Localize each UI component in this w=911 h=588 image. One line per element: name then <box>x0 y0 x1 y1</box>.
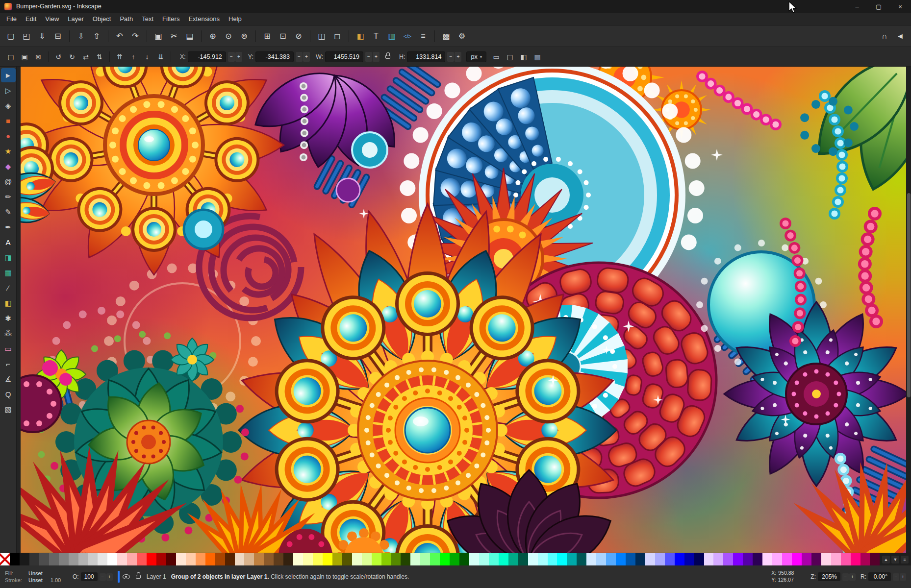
palette-swatch[interactable] <box>225 553 235 565</box>
export-button[interactable]: ⇧ <box>89 29 104 44</box>
width-input[interactable]: 1455.519 <box>325 51 363 62</box>
palette-swatch[interactable] <box>489 553 499 565</box>
palette-swatch[interactable] <box>78 553 88 565</box>
layers-dialog-button[interactable]: ▥ <box>384 29 399 44</box>
palette-swatch[interactable] <box>870 553 880 565</box>
maximize-button[interactable]: ▢ <box>868 0 889 13</box>
palette-swatch[interactable] <box>323 553 332 565</box>
palette-swatch[interactable] <box>518 553 528 565</box>
palette-swatch[interactable] <box>156 553 166 565</box>
palette-swatch[interactable] <box>508 553 518 565</box>
stroke-indicator[interactable]: Unset <box>28 577 43 583</box>
palette-swatch[interactable] <box>762 553 772 565</box>
transform-gradients-toggle-button[interactable]: ◧ <box>517 50 530 63</box>
tool-paint-bucket[interactable]: ◧ <box>1 296 16 310</box>
lower-button[interactable]: ↓ <box>141 50 153 63</box>
menu-path[interactable]: Path <box>115 13 137 25</box>
palette-swatch[interactable] <box>616 553 626 565</box>
unlink-clone-button[interactable]: ⊘ <box>291 29 306 44</box>
y-increment[interactable]: + <box>303 52 310 62</box>
palette-swatch[interactable] <box>538 553 548 565</box>
select-all-button[interactable]: ▢ <box>4 50 17 63</box>
palette-swatch[interactable] <box>254 553 264 565</box>
palette-swatch[interactable] <box>802 553 811 565</box>
palette-swatch[interactable] <box>841 553 851 565</box>
palette-swatch[interactable] <box>303 553 313 565</box>
tool-mesh-gradient[interactable]: ▦ <box>1 266 16 280</box>
palette-swatch[interactable] <box>313 553 323 565</box>
palette-swatch[interactable] <box>450 553 459 565</box>
palette-swatch[interactable] <box>723 553 733 565</box>
palette-swatch[interactable] <box>860 553 870 565</box>
paste-button[interactable]: ▤ <box>182 29 197 44</box>
palette-swatch[interactable] <box>117 553 127 565</box>
menu-layer[interactable]: Layer <box>63 13 88 25</box>
menu-text[interactable]: Text <box>137 13 158 25</box>
palette-swatch[interactable] <box>713 553 723 565</box>
palette-swatch[interactable] <box>694 553 704 565</box>
document-print-button[interactable]: ⊟ <box>51 29 65 44</box>
opacity-decrement[interactable]: − <box>100 573 106 581</box>
palette-swatch[interactable] <box>410 553 420 565</box>
palette-swatch[interactable] <box>557 553 567 565</box>
ungroup-button[interactable]: ◻ <box>330 29 345 44</box>
y-input[interactable]: -341.383 <box>255 51 294 62</box>
lock-aspect-ratio-toggle[interactable] <box>385 55 390 59</box>
collapse-snap-toolbar-button[interactable]: ◄ <box>893 29 908 44</box>
xml-editor-button[interactable]: </> <box>400 29 415 44</box>
rotation-input[interactable]: 0.00° <box>868 572 891 581</box>
palette-swatch[interactable] <box>0 553 10 565</box>
palette-swatch[interactable] <box>147 553 156 565</box>
palette-swatch[interactable] <box>430 553 440 565</box>
rotation-decrement[interactable]: − <box>893 573 899 581</box>
palette-swatch[interactable] <box>596 553 606 565</box>
tool-connector[interactable]: ⌐ <box>1 357 16 371</box>
palette-swatch[interactable] <box>684 553 694 565</box>
create-clone-button[interactable]: ⊡ <box>276 29 290 44</box>
document-properties-button[interactable]: ▩ <box>439 29 454 44</box>
stroke-width-value[interactable]: 1.00 <box>51 577 61 583</box>
raise-to-top-button[interactable]: ⇈ <box>113 50 126 63</box>
palette-swatch[interactable] <box>626 553 635 565</box>
cut-button[interactable]: ✂ <box>167 29 181 44</box>
palette-swatch[interactable] <box>10 553 20 565</box>
menu-object[interactable]: Object <box>88 13 116 25</box>
palette-swatch[interactable] <box>391 553 401 565</box>
palette-swatch[interactable] <box>29 553 39 565</box>
zoom-to-drawing-button[interactable]: ⊙ <box>221 29 236 44</box>
palette-swatch[interactable] <box>772 553 782 565</box>
palette-swatch[interactable] <box>792 553 802 565</box>
tool-spray[interactable]: ⁂ <box>1 326 16 341</box>
palette-swatch[interactable] <box>69 553 78 565</box>
flip-vertical-button[interactable]: ⇅ <box>93 50 106 63</box>
height-input[interactable]: 1331.814 <box>407 51 445 62</box>
close-button[interactable]: × <box>889 0 911 13</box>
tool-dropper[interactable]: ∕ <box>1 281 16 295</box>
palette-swatch[interactable] <box>264 553 274 565</box>
palette-swatch[interactable] <box>372 553 381 565</box>
palette-swatch[interactable] <box>606 553 616 565</box>
menu-edit[interactable]: Edit <box>21 13 41 25</box>
tool-calligraphy[interactable]: ✒ <box>1 220 16 234</box>
palette-swatch[interactable] <box>39 553 49 565</box>
x-increment[interactable]: + <box>235 52 242 62</box>
width-increment[interactable]: + <box>373 52 380 62</box>
tool-ellipse[interactable]: ● <box>1 129 16 143</box>
select-all-layers-button[interactable]: ▣ <box>18 50 31 63</box>
zoom-in-button[interactable]: + <box>849 573 856 581</box>
menu-view[interactable]: View <box>41 13 63 25</box>
palette-swatch[interactable] <box>469 553 479 565</box>
fill-indicator[interactable]: Unset <box>28 570 43 576</box>
palette-swatch[interactable] <box>401 553 410 565</box>
palette-swatch[interactable] <box>479 553 489 565</box>
palette-menu-button[interactable]: ≡ <box>901 556 909 564</box>
copy-button[interactable]: ▣ <box>151 29 166 44</box>
palette-swatch[interactable] <box>586 553 596 565</box>
tool-pages[interactable]: ▧ <box>1 402 16 416</box>
palette-swatch[interactable] <box>293 553 303 565</box>
palette-swatch[interactable] <box>283 553 293 565</box>
palette-swatch[interactable] <box>362 553 372 565</box>
enable-snapping-toggle-button[interactable]: ∩ <box>877 29 892 44</box>
canvas[interactable] <box>21 67 906 553</box>
menu-file[interactable]: File <box>2 13 21 25</box>
